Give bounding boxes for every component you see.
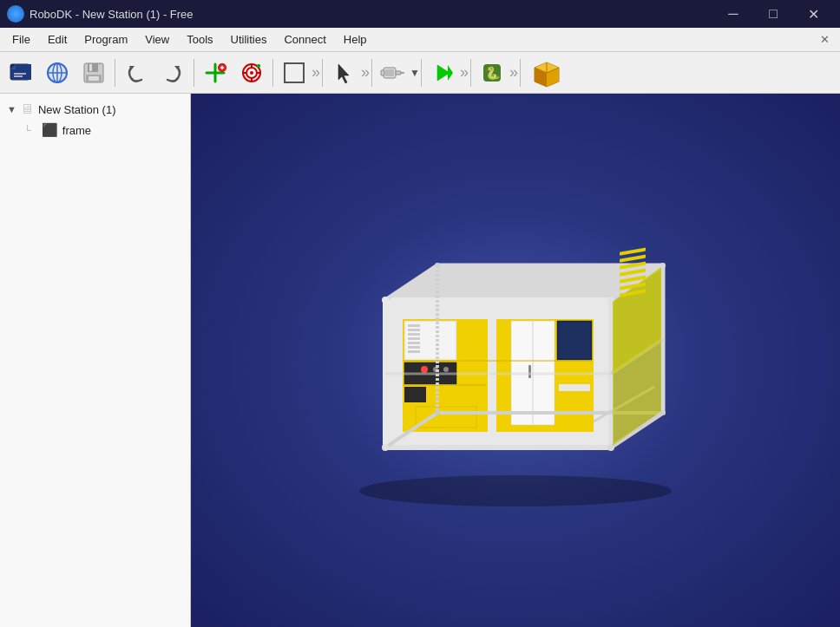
- svg-rect-12: [88, 63, 98, 72]
- python-button[interactable]: 🐍: [475, 56, 509, 90]
- toolbar-separator-8: [520, 59, 521, 87]
- svg-point-87: [421, 366, 428, 373]
- svg-rect-118: [620, 254, 646, 262]
- menu-close-btn[interactable]: ✕: [820, 33, 837, 46]
- svg-point-52: [359, 475, 672, 506]
- add-target-button[interactable]: [234, 56, 269, 90]
- toolbar-more-3[interactable]: »: [462, 57, 467, 88]
- menu-view[interactable]: View: [136, 29, 178, 49]
- open-web-button[interactable]: [40, 56, 75, 90]
- toolbar-separator-7: [470, 59, 471, 87]
- station-icon: 🖥: [20, 101, 34, 117]
- svg-rect-117: [620, 247, 646, 255]
- frame-label: frame: [62, 124, 91, 137]
- svg-rect-36: [385, 69, 394, 76]
- svg-rect-71: [408, 342, 420, 344]
- svg-point-109: [382, 444, 389, 451]
- toolbar-more-2[interactable]: »: [363, 57, 368, 88]
- select-cursor-button[interactable]: [326, 56, 361, 90]
- svg-rect-13: [89, 64, 92, 71]
- svg-rect-62: [488, 319, 496, 432]
- svg-rect-38: [381, 70, 384, 75]
- toolbar-separator-5: [371, 59, 372, 87]
- toolbar-dropdown-1[interactable]: ▼: [412, 57, 417, 88]
- menu-edit[interactable]: Edit: [39, 29, 75, 49]
- main-area: ▼ 🖥 New Station (1) └ ⬛ frame: [0, 94, 840, 627]
- toolbar-separator-6: [421, 59, 422, 87]
- fullscreen-button[interactable]: [277, 56, 312, 90]
- package-button[interactable]: [524, 56, 569, 90]
- svg-rect-81: [557, 393, 592, 423]
- svg-rect-33: [285, 63, 304, 82]
- maximize-button[interactable]: □: [753, 0, 793, 28]
- svg-rect-67: [408, 324, 420, 327]
- toolbar-separator-3: [272, 59, 273, 87]
- svg-rect-76: [528, 365, 531, 378]
- svg-point-113: [435, 263, 440, 268]
- svg-rect-15: [89, 76, 99, 81]
- svg-rect-4: [14, 73, 26, 75]
- toolbar-more-4[interactable]: »: [511, 57, 516, 88]
- svg-marker-40: [437, 65, 450, 81]
- svg-point-89: [443, 367, 449, 372]
- menu-tools[interactable]: Tools: [178, 29, 221, 49]
- menu-connect[interactable]: Connect: [275, 29, 334, 49]
- expand-arrow[interactable]: ▼: [7, 104, 16, 114]
- window-title: RoboDK - New Station (1) - Free: [30, 8, 713, 21]
- svg-rect-73: [408, 350, 420, 353]
- svg-rect-84: [429, 387, 455, 402]
- frame-icon: ⬛: [42, 122, 58, 138]
- window-controls: ─ □ ✕: [713, 0, 833, 28]
- toolbar-separator-4: [322, 59, 323, 87]
- svg-point-114: [435, 410, 440, 415]
- svg-rect-80: [559, 384, 590, 391]
- close-button[interactable]: ✕: [793, 0, 833, 28]
- tree-station[interactable]: ▼ 🖥 New Station (1): [0, 99, 190, 120]
- 3d-model-svg: [299, 213, 732, 508]
- svg-rect-78: [559, 323, 590, 358]
- svg-point-26: [250, 71, 253, 75]
- toolbar-separator-1: [115, 59, 115, 87]
- tree-frame[interactable]: └ ⬛ frame: [0, 120, 190, 140]
- svg-rect-37: [396, 71, 401, 75]
- minimize-button[interactable]: ─: [713, 0, 753, 28]
- menu-file[interactable]: File: [3, 29, 39, 49]
- svg-point-10: [48, 63, 67, 82]
- svg-marker-42: [448, 65, 453, 81]
- svg-rect-72: [408, 346, 420, 349]
- svg-rect-69: [408, 333, 420, 336]
- svg-rect-70: [408, 337, 420, 340]
- toolbar-more-1[interactable]: »: [313, 57, 318, 88]
- svg-rect-68: [408, 329, 420, 331]
- app-icon: [7, 5, 24, 23]
- menu-help[interactable]: Help: [335, 29, 376, 49]
- add-item-button[interactable]: [198, 56, 233, 90]
- undo-button[interactable]: [119, 56, 154, 90]
- svg-text:🐍: 🐍: [485, 66, 501, 81]
- svg-rect-5: [14, 75, 23, 77]
- robot-tool-button[interactable]: [376, 56, 410, 90]
- menu-utilities[interactable]: Utilities: [222, 29, 276, 49]
- svg-rect-86: [416, 407, 476, 428]
- svg-rect-83: [404, 387, 426, 402]
- menu-program[interactable]: Program: [75, 29, 136, 49]
- station-label: New Station (1): [38, 103, 116, 116]
- toolbar: » » ▼ » 🐍 »: [0, 52, 840, 94]
- save-button[interactable]: [76, 56, 111, 90]
- tree-panel: ▼ 🖥 New Station (1) └ ⬛ frame: [0, 94, 191, 627]
- play-button[interactable]: [425, 56, 460, 90]
- svg-point-107: [382, 297, 389, 304]
- toolbar-separator-2: [194, 59, 194, 87]
- tree-line: └: [24, 125, 31, 135]
- 3d-scene: [299, 213, 732, 508]
- titlebar: RoboDK - New Station (1) - Free ─ □ ✕: [0, 0, 840, 28]
- menubar: File Edit Program View Tools Utilities C…: [0, 28, 840, 52]
- viewport[interactable]: [191, 94, 840, 627]
- svg-marker-34: [338, 64, 349, 83]
- open-file-button[interactable]: [3, 56, 38, 90]
- redo-button[interactable]: [155, 56, 190, 90]
- svg-rect-58: [385, 300, 611, 319]
